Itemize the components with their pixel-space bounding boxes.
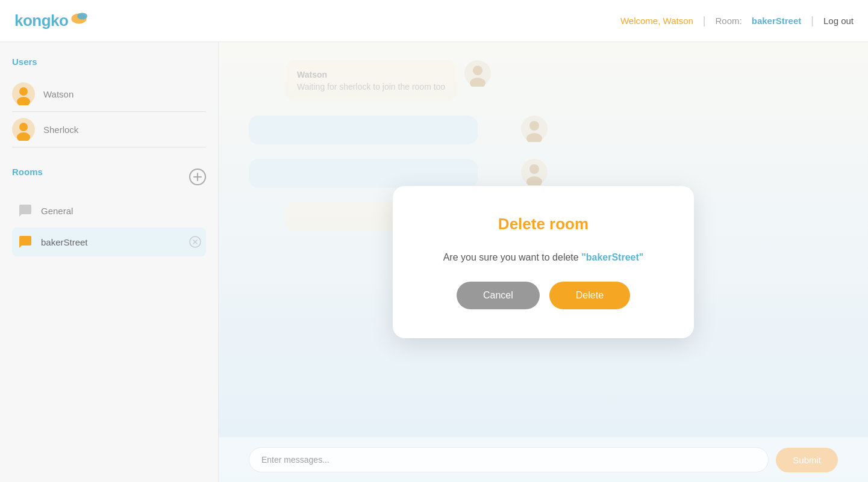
user-item-watson[interactable]: Watson [12,76,206,112]
logout-button[interactable]: Log out [823,16,854,26]
rooms-header: Rooms [12,167,206,187]
header-right: Welcome, Watson | Room: bakerStreet | Lo… [620,14,854,27]
chat-icon-general [17,202,34,219]
user-name-watson: Watson [43,89,73,99]
room-label: Room: [716,16,742,26]
avatar-watson [12,82,35,105]
room-name-bakerstreet: bakerStreet [41,237,182,247]
app-header: kongko Welcome, Watson | Room: bakerStre… [0,0,868,42]
avatar-sherlock [12,118,35,141]
sidebar: Users Watson [0,42,219,482]
svg-point-3 [19,87,28,96]
modal-title: Delete room [498,215,589,233]
modal-message: Are you sure you want to delete "bakerSt… [443,250,644,265]
chat-icon-bakerstreet [17,233,34,250]
main-layout: Users Watson [0,42,868,482]
header-room-name: bakerStreet [752,16,802,26]
delete-confirm-button[interactable]: Delete [549,282,630,309]
logo-text: kongko [14,11,68,30]
modal-overlay: Delete room Are you sure you want to del… [219,42,868,482]
welcome-text: Welcome, Watson [620,16,693,26]
delete-room-modal: Delete room Are you sure you want to del… [393,186,694,338]
modal-room-name: "bakerStreet" [581,252,643,262]
svg-point-6 [19,123,28,131]
separator-2: | [811,14,814,27]
chat-area: Watson Waiting for sherlock to join the … [219,42,868,482]
users-section: Users Watson [12,57,206,147]
logo-bubble-icon [70,13,87,25]
add-room-button[interactable] [189,168,206,185]
modal-buttons: Cancel Delete [457,282,630,309]
logo: kongko [14,11,87,30]
separator-1: | [703,14,706,27]
room-item-bakerstreet[interactable]: bakerStreet [12,227,206,256]
room-item-general[interactable]: General [12,196,206,225]
modal-message-prefix: Are you sure you want to delete [443,252,581,262]
user-item-sherlock[interactable]: Sherlock [12,112,206,147]
users-title: Users [12,57,206,67]
svg-point-1 [78,13,88,19]
cancel-button[interactable]: Cancel [457,282,540,309]
delete-room-icon[interactable] [189,236,201,248]
user-name-sherlock: Sherlock [43,125,78,135]
room-name-general: General [41,206,201,216]
rooms-title: Rooms [12,167,43,177]
